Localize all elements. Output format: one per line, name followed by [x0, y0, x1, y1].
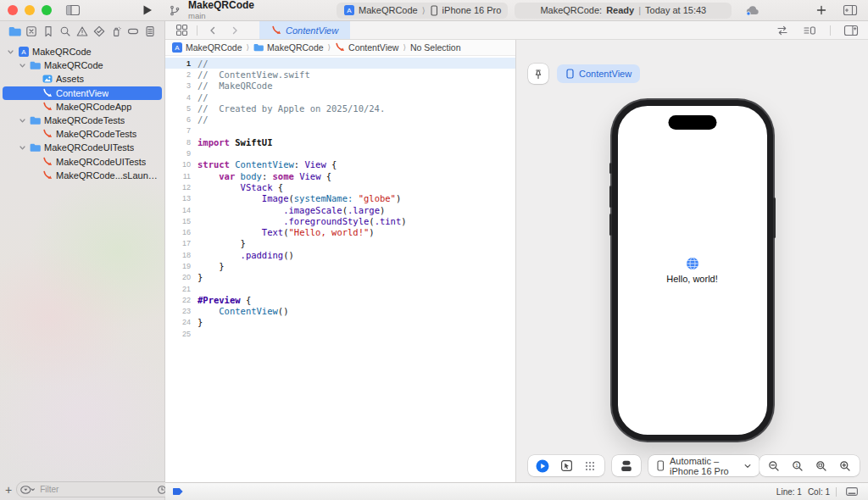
chevron-down-icon[interactable] [18, 117, 26, 125]
tree-row-makeqrcodeuitests[interactable]: MakeQRCodeUITests [3, 141, 162, 154]
navigator-toggle-icon[interactable] [64, 2, 82, 19]
tree-row-makeqrcodeapp[interactable]: MakeQRCodeApp [3, 100, 162, 114]
code-line-24[interactable]: 24} [165, 317, 515, 328]
back-icon[interactable] [203, 22, 222, 39]
tree-row-makeqrcode[interactable]: MakeQRCode [3, 58, 162, 72]
debug-icon[interactable] [109, 25, 123, 38]
zoom-window-button[interactable] [42, 5, 52, 15]
code-line-10[interactable]: 10struct ContentView: View { [165, 159, 515, 170]
line-number[interactable]: 20 [165, 273, 198, 281]
destination-dropdown[interactable]: Automatic – iPhone 16 Pro [648, 455, 760, 476]
line-number[interactable]: 24 [165, 318, 198, 326]
line-number[interactable]: 3 [165, 81, 198, 90]
tests-icon[interactable] [92, 25, 106, 38]
tree-row-contentview[interactable]: ContentView [3, 86, 162, 100]
source-control-icon[interactable] [25, 25, 38, 38]
cloud-icon[interactable] [743, 2, 762, 19]
code-line-11[interactable]: 11 var body: some View { [165, 170, 515, 181]
code-line-14[interactable]: 14 .imageScale(.large) [165, 204, 515, 215]
chevron-down-icon[interactable] [18, 144, 26, 152]
preview-view-pill[interactable]: ContentView [557, 64, 640, 83]
live-preview-button[interactable] [536, 459, 549, 473]
code-review-icon[interactable] [773, 22, 792, 39]
line-number[interactable]: 4 [165, 93, 198, 102]
breakpoints-icon[interactable] [126, 25, 140, 38]
jumpbar-item-makeqrcode[interactable]: MakeQRCode [253, 42, 324, 53]
line-number[interactable]: 22 [165, 296, 198, 304]
zoom-fit-button[interactable] [815, 459, 828, 473]
forward-icon[interactable] [225, 22, 244, 39]
line-number[interactable]: 1 [165, 59, 198, 68]
code-line-20[interactable]: 20} [165, 272, 515, 283]
tree-row-makeqrcodetests[interactable]: MakeQRCodeTests [3, 127, 162, 141]
scheme-selector[interactable]: A MakeQRCode ⟩ iPhone 16 Pro [337, 3, 508, 19]
chevron-down-icon[interactable] [18, 62, 26, 69]
jumpbar-item-no-selection[interactable]: No Selection [410, 42, 461, 53]
line-number[interactable]: 18 [165, 251, 198, 259]
line-number[interactable]: 9 [165, 149, 198, 158]
tree-row-makeqrcodetests[interactable]: MakeQRCodeTests [3, 114, 162, 127]
code-area[interactable]: 1//2// ContentView.swift3// MakeQRCode4/… [165, 56, 515, 482]
reports-icon[interactable] [143, 25, 157, 38]
editor-display-icon[interactable] [843, 483, 861, 500]
device-settings-button[interactable] [612, 455, 641, 476]
filter-field[interactable] [16, 481, 185, 497]
tab-contentview[interactable]: ContentView [259, 21, 350, 39]
pin-preview-button[interactable] [528, 64, 548, 84]
zoom-out-button[interactable] [767, 459, 781, 473]
code-line-16[interactable]: 16 Text("Hello, world!") [165, 226, 515, 237]
tree-row-assets[interactable]: Assets [3, 72, 162, 86]
line-number[interactable]: 6 [165, 115, 198, 124]
code-line-6[interactable]: 6// [165, 114, 515, 125]
code-line-18[interactable]: 18 .padding() [165, 249, 515, 260]
library-add-icon[interactable] [812, 2, 831, 19]
code-line-7[interactable]: 7 [165, 125, 515, 136]
find-icon[interactable] [58, 25, 72, 38]
line-number[interactable]: 7 [165, 126, 198, 135]
line-number[interactable]: 12 [165, 183, 198, 192]
code-line-21[interactable]: 21 [165, 283, 515, 294]
line-number[interactable]: 2 [165, 70, 198, 79]
tree-row-makeqrcode[interactable]: AMakeQRCode [3, 45, 162, 58]
chevron-down-icon[interactable] [6, 48, 14, 56]
code-line-19[interactable]: 19 } [165, 260, 515, 271]
line-number[interactable]: 11 [165, 172, 198, 181]
line-number[interactable]: 19 [165, 262, 198, 270]
add-editor-icon[interactable] [842, 22, 860, 39]
zoom-actual-button[interactable]: 1 [791, 459, 804, 473]
select-mode-button[interactable] [559, 459, 573, 473]
zoom-in-button[interactable] [838, 459, 852, 473]
breakpoints-toggle-icon[interactable] [172, 483, 184, 500]
line-number[interactable]: 14 [165, 206, 198, 214]
add-file-button[interactable]: + [5, 484, 12, 496]
close-window-button[interactable] [8, 5, 18, 15]
preview-screen[interactable]: Hello, world! [618, 106, 767, 435]
tab-overview-icon[interactable] [172, 22, 191, 39]
code-line-5[interactable]: 5// Created by Apple on 2025/10/24. [165, 103, 515, 114]
line-number[interactable]: 21 [165, 285, 198, 293]
code-line-3[interactable]: 3// MakeQRCode [165, 81, 515, 92]
jumpbar-item-contentview[interactable]: ContentView [335, 42, 398, 53]
bookmarks-icon[interactable] [42, 25, 55, 38]
editor-options-icon[interactable] [800, 22, 819, 39]
line-number[interactable]: 13 [165, 194, 198, 203]
run-button[interactable] [138, 2, 157, 19]
issues-icon[interactable] [75, 25, 89, 38]
tree-row-makeqrcodeuitests[interactable]: MakeQRCodeUITests [3, 155, 162, 169]
line-number[interactable]: 5 [165, 104, 198, 113]
code-line-25[interactable]: 25 [165, 328, 515, 339]
line-number[interactable]: 8 [165, 138, 198, 147]
variants-mode-button[interactable] [583, 459, 597, 473]
tree-row-makeqrcode-slaunchtests[interactable]: MakeQRCode...sLaunchTests [3, 169, 162, 182]
line-number[interactable]: 25 [165, 330, 198, 338]
line-number[interactable]: 15 [165, 217, 198, 225]
activity-status[interactable]: MakeQRCode: Ready | Today at 15:43 [515, 3, 732, 19]
code-line-9[interactable]: 9 [165, 147, 515, 158]
line-number[interactable]: 23 [165, 307, 198, 315]
line-number[interactable]: 16 [165, 228, 198, 236]
jumpbar-item-makeqrcode[interactable]: AMakeQRCode [172, 42, 242, 53]
code-line-8[interactable]: 8import SwiftUI [165, 136, 515, 147]
line-number[interactable]: 10 [165, 160, 198, 169]
code-line-1[interactable]: 1// [165, 58, 515, 69]
code-line-22[interactable]: 22#Preview { [165, 294, 515, 305]
